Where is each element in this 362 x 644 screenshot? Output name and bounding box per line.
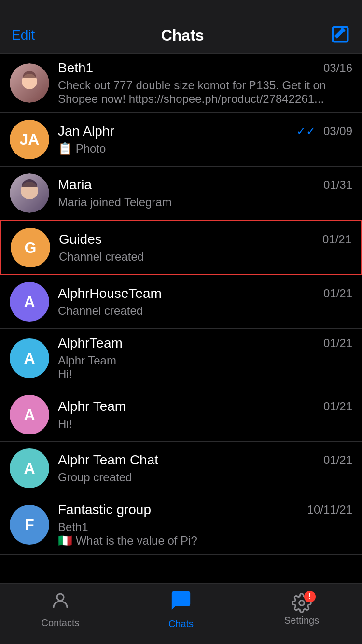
chat-preview: Channel created — [58, 304, 352, 318]
chat-content: AlphrTeam01/21Alphr TeamHi! — [58, 336, 352, 381]
double-check-icon: ✓✓ — [296, 125, 316, 138]
chat-content: Beth103/16Check out 777 double size komo… — [58, 60, 352, 106]
chat-content: Alphr Team01/21Hi! — [58, 399, 352, 431]
chat-preview: Beth1🇮🇹 What is the value of Pi? — [58, 520, 352, 547]
chat-preview: Group created — [58, 471, 352, 484]
chat-name: Fantastic group — [58, 502, 151, 518]
avatar: A — [10, 395, 49, 434]
chat-date: 03/16 — [323, 61, 352, 75]
chats-tab-label: Chats — [168, 618, 194, 630]
avatar: A — [10, 282, 49, 322]
list-item[interactable]: FFantastic group10/11/21Beth1🇮🇹 What is … — [0, 495, 362, 555]
chat-name: AlphrHouseTeam — [58, 286, 162, 301]
chat-content: Maria01/31Maria joined Telegram — [58, 177, 352, 209]
chat-preview: 📋 Photo — [58, 142, 352, 155]
chat-list: Beth103/16Check out 777 double size komo… — [0, 54, 362, 613]
chat-preview: Hi! — [58, 417, 352, 431]
list-item[interactable]: AAlphrHouseTeam01/21Channel created — [0, 275, 362, 329]
svg-point-1 — [57, 594, 64, 601]
tab-settings[interactable]: ! Settings — [241, 593, 362, 626]
chat-name: Alphr Team Chat — [58, 452, 158, 468]
chat-content: Guides01/21Channel created — [59, 232, 351, 264]
chat-date: 01/21 — [323, 400, 352, 413]
chat-content: AlphrHouseTeam01/21Channel created — [58, 286, 352, 318]
chat-date: 03/09 — [323, 125, 352, 138]
chat-date: 01/21 — [323, 453, 352, 467]
list-item[interactable]: GGuides01/21Channel created — [0, 220, 362, 275]
chat-name: Guides — [59, 232, 102, 247]
tab-contacts[interactable]: Contacts — [0, 590, 121, 629]
chat-date: 01/31 — [323, 178, 352, 192]
settings-icon-wrapper: ! — [292, 593, 312, 613]
chat-date: 01/21 — [323, 336, 352, 350]
settings-tab-label: Settings — [284, 615, 319, 626]
chat-date: 10/11/21 — [307, 503, 352, 517]
avatar: A — [10, 448, 49, 488]
chat-preview: Maria joined Telegram — [58, 196, 352, 209]
list-item[interactable]: Maria01/31Maria joined Telegram — [0, 167, 362, 220]
chat-date: 01/21 — [323, 287, 352, 300]
chat-date: 01/21 — [322, 233, 351, 246]
list-item[interactable]: AAlphr Team Chat01/21Group created — [0, 442, 362, 495]
tab-chats[interactable]: Chats — [121, 589, 241, 630]
edit-button[interactable]: Edit — [12, 28, 35, 43]
avatar: G — [11, 228, 50, 267]
list-item[interactable]: AAlphr Team01/21Hi! — [0, 388, 362, 442]
avatar — [10, 63, 49, 103]
compose-button[interactable] — [330, 24, 350, 46]
chat-content: Alphr Team Chat01/21Group created — [58, 452, 352, 484]
avatar: JA — [10, 120, 49, 159]
chat-content: Fantastic group10/11/21Beth1🇮🇹 What is t… — [58, 502, 352, 547]
avatar: F — [10, 505, 49, 545]
list-item[interactable]: AAlphrTeam01/21Alphr TeamHi! — [0, 329, 362, 388]
chat-name: Jan Alphr — [58, 124, 114, 139]
chats-icon — [170, 589, 192, 616]
chat-preview: Alphr TeamHi! — [58, 354, 352, 381]
contacts-tab-label: Contacts — [42, 617, 80, 629]
chat-name: Beth1 — [58, 60, 93, 76]
list-item[interactable]: Beth103/16Check out 777 double size komo… — [0, 54, 362, 113]
page-title: Chats — [161, 27, 204, 44]
settings-badge: ! — [304, 591, 316, 602]
chat-content: Jan Alphr✓✓03/09📋 Photo — [58, 124, 352, 155]
avatar — [10, 173, 49, 213]
chat-name: Alphr Team — [58, 399, 126, 414]
avatar: A — [10, 338, 49, 378]
chat-preview: Channel created — [59, 250, 351, 264]
chat-name: Maria — [58, 177, 92, 193]
tab-bar: Contacts Chats ! Settings — [0, 583, 362, 644]
chat-preview: Check out 777 double size komot for ₱135… — [58, 79, 352, 106]
list-item[interactable]: JAJan Alphr✓✓03/09📋 Photo — [0, 113, 362, 167]
chat-name: AlphrTeam — [58, 336, 123, 351]
contacts-icon — [50, 590, 70, 616]
header: Edit Chats — [0, 0, 362, 54]
